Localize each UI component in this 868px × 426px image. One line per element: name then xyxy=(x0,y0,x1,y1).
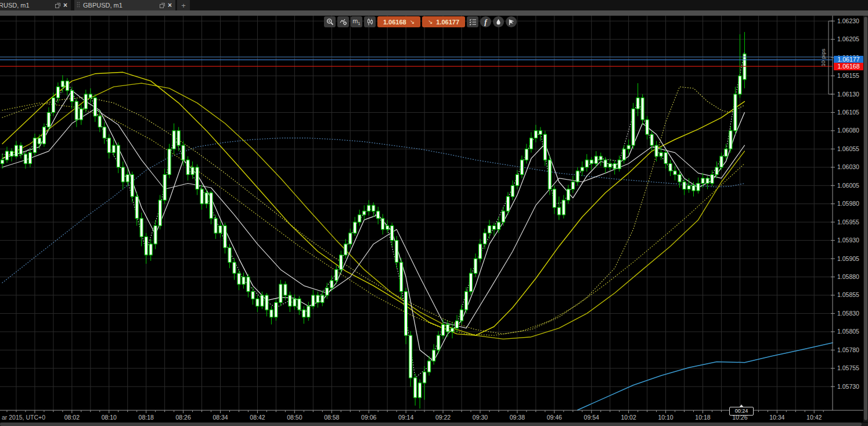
candle xyxy=(729,131,732,149)
candle xyxy=(121,167,124,182)
ma-cyan xyxy=(578,343,833,410)
candle xyxy=(107,138,110,153)
buy-button[interactable]: ↘ 1.06177 xyxy=(422,16,465,27)
candle xyxy=(163,174,166,200)
zoom-button[interactable] xyxy=(324,16,336,27)
candle xyxy=(75,102,78,120)
sell-button[interactable]: 1.06168 ↘ xyxy=(377,16,420,27)
facebook-share-button[interactable]: f xyxy=(480,16,491,27)
price-tick-label: 1.05755 xyxy=(837,364,859,371)
candle xyxy=(386,225,389,229)
candle xyxy=(497,222,500,230)
candle xyxy=(567,189,570,201)
candle xyxy=(599,156,602,160)
vertical-scrollbar-thumb[interactable] xyxy=(864,17,867,420)
candle xyxy=(423,372,426,383)
time-tick-label: 10:34 xyxy=(769,414,784,421)
candle xyxy=(585,160,588,167)
new-tab-button[interactable]: + xyxy=(177,0,190,10)
candle xyxy=(224,225,226,248)
price-tick-label: 1.06230 xyxy=(837,17,859,24)
candle xyxy=(660,153,662,156)
candle xyxy=(405,292,408,336)
candle xyxy=(177,131,180,145)
candle xyxy=(725,149,727,156)
price-tick-label: 1.05730 xyxy=(837,383,859,390)
time-tick-label: 09:54 xyxy=(584,414,599,421)
time-tick-label: 09:30 xyxy=(473,414,488,421)
candle xyxy=(279,284,282,302)
flag-button[interactable] xyxy=(506,16,517,27)
candle xyxy=(442,324,445,335)
candle xyxy=(10,151,13,156)
candle xyxy=(646,120,649,134)
chart-settings-icon xyxy=(340,18,347,26)
candle xyxy=(576,171,579,182)
candle xyxy=(293,299,296,306)
pips-scale-label: 10 pips xyxy=(820,49,826,67)
candle xyxy=(655,145,658,156)
candle xyxy=(196,167,199,189)
candle xyxy=(358,215,361,223)
horizontal-scrollbar[interactable] xyxy=(0,423,868,426)
candle xyxy=(368,205,370,211)
price-tick-label: 1.06055 xyxy=(837,145,859,152)
candle xyxy=(488,225,491,233)
candlestick-icon xyxy=(366,18,374,26)
time-tick-label: 10:02 xyxy=(621,414,636,421)
timeframe-sub: 1 xyxy=(358,21,360,26)
candle xyxy=(66,81,69,90)
time-tick-label: 08:18 xyxy=(139,414,154,421)
candle xyxy=(739,76,741,94)
candle xyxy=(265,295,268,310)
popout-icon[interactable] xyxy=(160,3,165,8)
candle xyxy=(553,189,556,208)
vertical-scrollbar[interactable] xyxy=(863,16,868,422)
candle xyxy=(715,167,718,175)
candle xyxy=(692,185,695,191)
flag-icon xyxy=(508,19,515,26)
candle xyxy=(233,262,236,273)
candle xyxy=(525,149,528,160)
candle xyxy=(284,284,287,295)
close-icon[interactable]: × xyxy=(63,2,67,8)
price-level-lines xyxy=(0,57,833,66)
ink-drop-button[interactable] xyxy=(493,16,504,27)
horizontal-scrollbar-thumb[interactable] xyxy=(0,423,862,426)
price-chart[interactable]: 1.062301.062051.061801.061551.061301.061… xyxy=(0,0,868,426)
candle xyxy=(186,160,189,174)
candle xyxy=(307,306,310,317)
quicktrade-settings-button[interactable] xyxy=(467,16,478,27)
candle xyxy=(460,310,463,321)
checklist-icon xyxy=(469,19,477,26)
candle xyxy=(89,94,92,98)
timezone-label: ar 2015, UTC+0 xyxy=(2,414,45,421)
candle xyxy=(251,292,254,299)
candle xyxy=(571,182,574,189)
candle xyxy=(205,193,208,204)
time-tick-label: 08:02 xyxy=(64,414,80,421)
candle xyxy=(219,225,222,233)
candle xyxy=(24,154,27,163)
candle xyxy=(210,193,213,219)
close-icon[interactable]: × xyxy=(168,2,172,8)
candle xyxy=(595,156,597,164)
candle xyxy=(61,81,64,87)
timeframe-button[interactable]: m1 xyxy=(351,16,362,27)
candle xyxy=(80,109,82,120)
chart-settings-button[interactable] xyxy=(337,16,349,27)
candle xyxy=(145,237,147,255)
candle xyxy=(15,145,18,156)
price-tick-label: 1.05805 xyxy=(837,328,859,335)
candle xyxy=(539,131,542,134)
price-tick-label: 1.06005 xyxy=(837,182,859,189)
candle xyxy=(581,167,584,171)
chart-type-button[interactable] xyxy=(364,16,376,27)
candle xyxy=(340,255,343,270)
popout-icon[interactable] xyxy=(55,3,60,8)
tab-chart-eurusd[interactable]: RUSD, m1 × xyxy=(0,0,71,10)
candle xyxy=(446,324,449,332)
tab-chart-gbpusd[interactable]: GBPUSD, m1 × xyxy=(74,0,175,10)
candle xyxy=(683,182,686,189)
candle xyxy=(112,145,115,153)
